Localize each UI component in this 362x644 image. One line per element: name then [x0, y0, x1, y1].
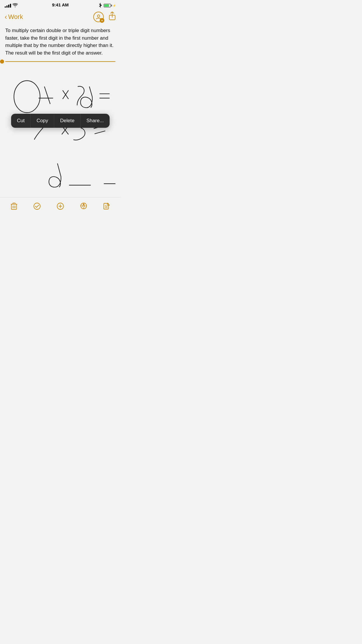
status-right: ⚡: [99, 3, 116, 8]
add-person-button[interactable]: +: [93, 12, 104, 22]
note-paragraph-1: To multiply certain double or triple dig…: [5, 27, 115, 57]
note-content: To multiply certain double or triple dig…: [0, 24, 121, 196]
svg-line-14: [94, 131, 105, 134]
svg-marker-35: [83, 203, 85, 206]
copy-menu-item[interactable]: Copy: [31, 114, 55, 128]
battery: ⚡: [104, 4, 116, 7]
share-button[interactable]: [108, 12, 116, 22]
checkmark-button[interactable]: [31, 200, 43, 213]
add-button[interactable]: [54, 200, 67, 213]
bottom-toolbar: [0, 197, 121, 215]
status-bar: 9:41 AM ⚡: [0, 0, 121, 10]
nav-actions: +: [93, 12, 116, 22]
handwriting-svg: [5, 65, 115, 196]
svg-point-25: [34, 203, 40, 209]
signal-bars: [5, 4, 11, 8]
context-menu: Cut Copy Delete Share...: [11, 114, 110, 128]
svg-line-5: [44, 87, 50, 104]
compose-button[interactable]: [100, 200, 113, 213]
status-time: 9:41 AM: [52, 2, 69, 7]
delete-menu-item[interactable]: Delete: [54, 114, 80, 128]
bluetooth-icon: [99, 3, 102, 8]
svg-rect-36: [104, 203, 108, 209]
handwriting-area[interactable]: [5, 65, 115, 196]
svg-point-1: [97, 15, 100, 17]
draw-separator-1: [5, 60, 115, 64]
signal-area: [5, 3, 18, 8]
back-arrow-icon: ‹: [5, 13, 7, 20]
svg-point-4: [14, 81, 40, 113]
trash-button[interactable]: [8, 200, 20, 213]
back-button[interactable]: ‹ Work: [5, 13, 23, 21]
nav-bar: ‹ Work +: [0, 10, 121, 24]
cut-menu-item[interactable]: Cut: [11, 114, 31, 128]
share-menu-item[interactable]: Share...: [80, 114, 110, 128]
charging-bolt: ⚡: [113, 4, 116, 7]
draw-dot-1: [0, 60, 4, 64]
location-button[interactable]: [77, 200, 90, 213]
plus-badge: +: [100, 18, 104, 23]
draw-line-1: [5, 61, 115, 62]
nav-title: Work: [8, 13, 23, 21]
wifi-icon: [13, 3, 18, 8]
